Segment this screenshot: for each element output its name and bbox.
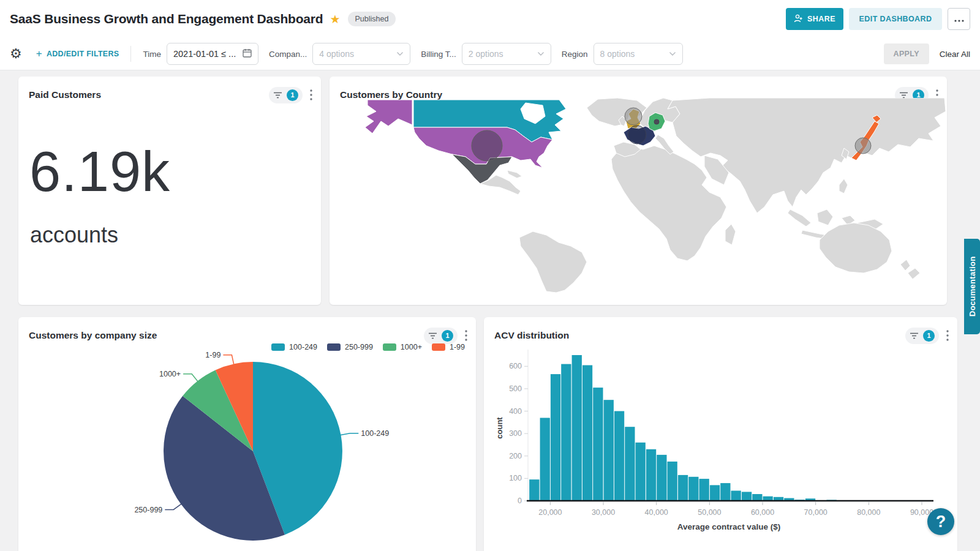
histogram-bar[interactable] — [731, 491, 741, 501]
x-tick-label: 50,000 — [698, 508, 721, 517]
documentation-tab[interactable]: Documentation — [964, 239, 980, 334]
y-tick-label: 600 — [509, 362, 522, 370]
histogram-bar[interactable] — [614, 411, 624, 501]
share-button-label: SHARE — [807, 15, 835, 23]
favorite-star-icon[interactable]: ★ — [330, 13, 340, 25]
apply-button[interactable]: APPLY — [884, 43, 929, 64]
histogram-bar[interactable] — [625, 427, 635, 501]
landmass-south-america — [519, 231, 587, 293]
y-tick-label: 500 — [509, 384, 522, 393]
histogram-bar[interactable] — [540, 418, 550, 501]
histogram-bar[interactable] — [688, 477, 698, 501]
y-tick-label: 400 — [509, 407, 522, 416]
time-filter-input[interactable]: 2021-01-01 ≤ ... — [167, 43, 258, 65]
more-options-button[interactable] — [948, 8, 970, 30]
clear-all-button[interactable]: Clear All — [940, 50, 970, 59]
pie-slice-label: 250-999 — [134, 506, 162, 514]
time-filter-value: 2021-01-01 ≤ ... — [173, 49, 236, 59]
histogram-bar[interactable] — [720, 483, 730, 501]
chevron-down-icon — [669, 50, 676, 58]
map-bubble-france[interactable] — [628, 126, 646, 144]
chevron-down-icon — [396, 50, 404, 58]
histogram-bar[interactable] — [699, 479, 709, 501]
world-map — [330, 98, 947, 293]
histogram-bar[interactable] — [604, 400, 614, 501]
add-edit-filters-button[interactable]: + ADD/EDIT FILTERS — [36, 48, 119, 60]
map-bubble-japan[interactable] — [855, 138, 871, 154]
x-tick-label: 70,000 — [804, 508, 827, 517]
region-filter-select[interactable]: 8 options — [594, 43, 683, 65]
kebab-menu-icon[interactable] — [310, 89, 312, 100]
histogram-bar[interactable] — [710, 485, 720, 501]
landmass-sumatra — [788, 209, 811, 227]
add-edit-filters-label: ADD/EDIT FILTERS — [47, 50, 119, 58]
pie-slice-label: 1-99 — [205, 351, 221, 359]
chevron-down-icon — [537, 50, 545, 58]
company-size-pie-chart: 100-249250-9991000+1-99 — [18, 334, 476, 551]
pie-label-line — [165, 503, 183, 510]
filter-bar: ⚙ + ADD/EDIT FILTERS Time 2021-01-01 ≤ .… — [0, 38, 980, 70]
share-button[interactable]: SHARE — [786, 8, 843, 30]
card-title: ACV distribution — [494, 330, 569, 341]
card-title: Paid Customers — [29, 89, 101, 100]
histogram-bar[interactable] — [646, 449, 656, 501]
histogram-bar[interactable] — [678, 475, 688, 501]
histogram-bar[interactable] — [572, 355, 582, 501]
page-title: SaaS Business Growth and Engagement Dash… — [10, 12, 323, 26]
plus-icon: + — [36, 48, 42, 60]
landmass-borneo — [817, 209, 833, 225]
app-header: SaaS Business Growth and Engagement Dash… — [0, 0, 980, 38]
billing-filter-select[interactable]: 2 options — [462, 43, 551, 65]
histogram-bar[interactable] — [582, 365, 592, 501]
customers-by-country-card: Customers by Country 1 — [330, 77, 947, 305]
histogram-bar[interactable] — [593, 388, 603, 501]
widget-filter-chip[interactable]: 1 — [269, 87, 303, 103]
histogram-bar[interactable] — [636, 443, 646, 501]
calendar-icon — [243, 48, 252, 59]
filter-label-time: Time — [143, 50, 161, 59]
histogram-bar[interactable] — [752, 494, 762, 501]
company-filter-select[interactable]: 4 options — [312, 43, 410, 65]
pie-label-line — [339, 433, 359, 435]
filter-icon — [910, 332, 919, 339]
edit-dashboard-button[interactable]: EDIT DASHBOARD — [849, 8, 942, 30]
landmass-philippines — [839, 179, 848, 193]
help-button[interactable]: ? — [927, 508, 954, 535]
map-bubble-germany[interactable] — [654, 119, 659, 124]
pie-slice-label: 1000+ — [159, 370, 181, 378]
company-size-card: Customers by company size 1 100-249250-9… — [18, 317, 476, 551]
histogram-bar[interactable] — [551, 374, 560, 501]
landmass-new-zealand — [900, 260, 920, 279]
filter-label-region: Region — [562, 50, 588, 59]
landmass-australia — [820, 223, 892, 273]
landmass-arabia — [704, 156, 729, 185]
x-tick-label: 60,000 — [751, 508, 774, 517]
histogram-bar[interactable] — [668, 462, 677, 501]
pie-slice-label: 100-249 — [361, 429, 389, 438]
billing-filter-value: 2 options — [469, 49, 503, 59]
y-tick-label: 300 — [509, 429, 522, 438]
histogram-bar[interactable] — [529, 479, 539, 501]
x-tick-label: 30,000 — [592, 508, 615, 517]
histogram-bar[interactable] — [561, 364, 571, 501]
y-tick-label: 200 — [509, 452, 522, 460]
kpi-value: 6.19k — [29, 140, 170, 204]
map-bubble-united-kingdom[interactable] — [625, 108, 642, 125]
divider — [130, 46, 131, 62]
x-tick-label: 40,000 — [645, 508, 668, 517]
ellipsis-icon — [954, 15, 964, 24]
widget-filter-chip[interactable]: 1 — [905, 328, 939, 344]
filter-icon — [273, 92, 282, 99]
pie-label-line — [223, 355, 234, 366]
y-tick-label: 0 — [518, 497, 522, 505]
y-tick-label: 100 — [509, 474, 522, 482]
map-bubble-united-states[interactable] — [472, 130, 502, 161]
histogram-bar[interactable] — [742, 492, 752, 501]
histogram-bar[interactable] — [657, 455, 666, 501]
filter-count-badge: 1 — [287, 89, 298, 101]
kebab-menu-icon[interactable] — [946, 330, 949, 341]
settings-gear-icon[interactable]: ⚙ — [10, 47, 22, 61]
pie-label-line — [183, 374, 198, 383]
map-country-alaska[interactable] — [365, 100, 412, 133]
company-filter-value: 4 options — [319, 49, 354, 59]
